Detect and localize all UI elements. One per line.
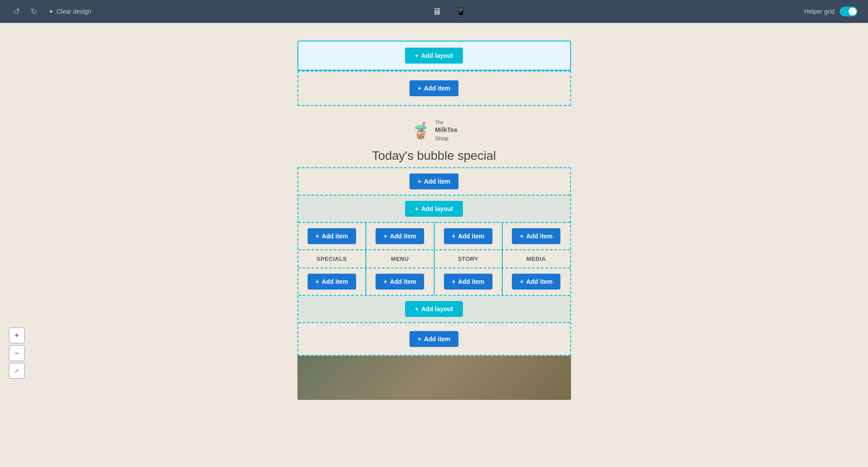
four-col-nav-row: SPECIALS MENU STORY MEDIA (298, 250, 570, 268)
add-item-label-2: Add item (424, 178, 451, 185)
col-2-add-item: + Add item (366, 223, 434, 249)
add-item-col-4[interactable]: + Add item (512, 228, 560, 244)
add-item-label-col-b4: Add item (526, 278, 552, 285)
add-item-label-1: Add item (424, 85, 451, 92)
add-layout-button-3[interactable]: + Add layout (405, 301, 463, 317)
add-layout-section-3: + Add layout (298, 296, 570, 322)
tablet-icon[interactable]: 📱 (453, 4, 469, 19)
canvas: + Add layout + Add item 🧋 The MilkTea Sh… (0, 23, 868, 418)
desktop-icon[interactable]: 🖥 (430, 5, 444, 19)
col-2-bottom-add-item: + Add item (366, 268, 434, 295)
toolbar: ↺ ↻ ✦ Clear design 🖥 📱 Helper grid (0, 0, 868, 23)
redo-button[interactable]: ↻ (28, 5, 40, 18)
helper-grid-toggle[interactable] (840, 7, 857, 16)
add-item-button-1[interactable]: + Add item (410, 80, 458, 96)
col-1-nav: SPECIALS (298, 250, 366, 267)
add-layout-label-3: Add layout (421, 305, 453, 313)
brand-area: 🧋 The MilkTea Shop Today's bubble specia… (297, 106, 571, 167)
add-item-label-col-1: Add item (322, 233, 348, 240)
toolbar-center: 🖥 📱 (430, 4, 469, 19)
inner-section: + Add layout + Add item (298, 196, 570, 323)
brand-milktea: MilkTea (435, 126, 457, 135)
zoom-controls: + − ⤢ (9, 328, 25, 379)
col-4-add-item: + Add item (503, 223, 570, 249)
add-item-section-1: + Add item (297, 71, 571, 106)
add-layout-icon-3: + (415, 305, 418, 313)
col-4-bottom-add-item: + Add item (503, 268, 570, 295)
add-item-icon-col-4: + (520, 233, 523, 240)
zoom-out-icon: − (15, 349, 19, 358)
add-layout-icon-1: + (415, 52, 418, 59)
add-item-icon-col-b2: + (383, 278, 387, 285)
add-item-col-2[interactable]: + Add item (376, 228, 424, 244)
add-item-label-col-b3: Add item (458, 278, 485, 285)
brand-logo: 🧋 The MilkTea Shop (411, 119, 457, 143)
photo-strip (297, 356, 571, 400)
nav-label-1: SPECIALS (316, 256, 347, 262)
add-layout-label-2: Add layout (421, 205, 453, 212)
zoom-fit-button[interactable]: ⤢ (9, 363, 25, 379)
add-item-label-col-4: Add item (526, 233, 552, 240)
add-item-section-3: + Add item (298, 323, 570, 355)
col-1-bottom-add-item: + Add item (298, 268, 366, 295)
add-item-icon-col-2: + (383, 233, 387, 240)
add-layout-section-2: + Add layout (298, 196, 570, 223)
toolbar-left: ↺ ↻ ✦ Clear design (11, 5, 95, 18)
nav-label-2: MENU (391, 256, 409, 262)
nav-label-3: STORY (458, 256, 478, 262)
add-item-icon-2: + (417, 178, 421, 185)
col-3-nav: STORY (435, 250, 502, 267)
zoom-in-button[interactable]: + (9, 328, 25, 343)
add-item-section-2: + Add item (298, 168, 570, 196)
four-col-bottom-add-item: + Add item + Add item + (298, 268, 570, 296)
nav-label-4: MEDIA (526, 256, 546, 262)
add-item-col-bottom-2[interactable]: + Add item (376, 274, 424, 290)
add-item-label-col-2: Add item (390, 233, 416, 240)
add-item-icon-col-b4: + (520, 278, 523, 285)
outer-section: + Add item + Add layout + (297, 167, 571, 356)
add-item-col-bottom-3[interactable]: + Add item (444, 274, 492, 290)
add-item-col-bottom-1[interactable]: + Add item (308, 274, 356, 290)
add-item-button-2[interactable]: + Add item (410, 173, 458, 189)
col-2-nav: MENU (366, 250, 434, 267)
col-1-add-item: + Add item (298, 223, 366, 249)
col-3-bottom-add-item: + Add item (435, 268, 502, 295)
undo-button[interactable]: ↺ (11, 5, 23, 18)
add-item-col-3[interactable]: + Add item (444, 228, 492, 244)
page-container: + Add layout + Add item 🧋 The MilkTea Sh… (297, 41, 571, 400)
add-item-button-3[interactable]: + Add item (410, 331, 458, 347)
toolbar-right: Helper grid (804, 7, 857, 16)
add-item-col-1[interactable]: + Add item (308, 228, 356, 244)
add-layout-icon-2: + (415, 205, 418, 212)
add-item-icon-3: + (417, 335, 421, 343)
brand-the: The (435, 119, 457, 126)
brand-shop: Shop (435, 135, 457, 143)
add-layout-button-1[interactable]: + Add layout (405, 48, 463, 64)
add-item-icon-col-b3: + (452, 278, 455, 285)
add-item-icon-col-3: + (452, 233, 455, 240)
clear-design-label: Clear design (56, 8, 91, 15)
logo-icon: 🧋 (411, 123, 431, 139)
brand-text: The MilkTea Shop (435, 119, 457, 143)
add-item-col-bottom-4[interactable]: + Add item (512, 274, 560, 290)
four-col-add-item-row: + Add item + Add item + (298, 223, 570, 250)
col-4-nav: MEDIA (503, 250, 570, 267)
zoom-fit-icon: ⤢ (15, 368, 19, 374)
add-item-icon-1: + (417, 85, 421, 92)
clear-design-button[interactable]: ✦ Clear design (45, 6, 95, 17)
add-layout-section-1: + Add layout (297, 41, 571, 71)
add-item-label-col-3: Add item (458, 233, 485, 240)
photo-strip-overlay (297, 356, 571, 400)
helper-grid-label: Helper grid (804, 8, 834, 15)
add-item-label-col-b1: Add item (322, 278, 348, 285)
page-title: Today's bubble special (372, 149, 496, 163)
add-layout-button-2[interactable]: + Add layout (405, 201, 463, 217)
add-item-icon-col-1: + (316, 233, 319, 240)
clear-design-icon: ✦ (49, 8, 54, 15)
add-item-label-col-b2: Add item (390, 278, 416, 285)
toggle-knob (849, 8, 857, 15)
zoom-out-button[interactable]: − (9, 345, 25, 361)
add-item-label-3: Add item (424, 335, 451, 343)
zoom-in-icon: + (15, 331, 19, 340)
add-layout-label-1: Add layout (421, 52, 453, 59)
